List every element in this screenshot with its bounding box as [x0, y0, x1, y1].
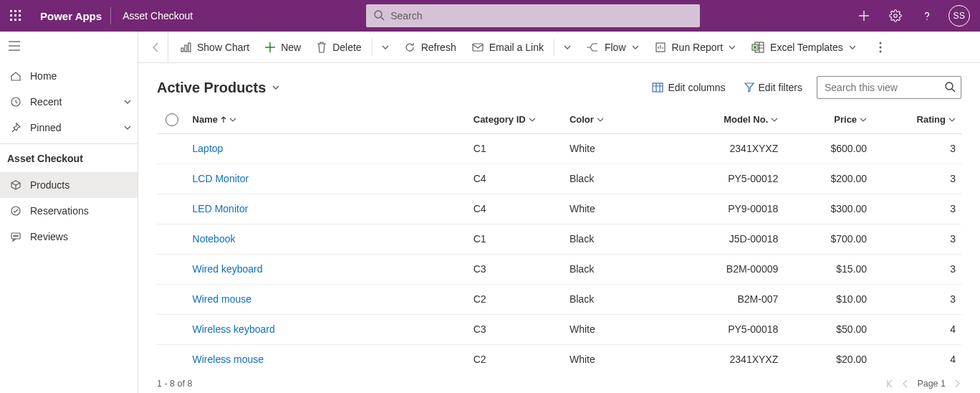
- nav-pinned-label: Pinned: [30, 122, 62, 133]
- user-avatar[interactable]: SS: [948, 5, 970, 27]
- svg-point-34: [879, 46, 881, 48]
- svg-rect-2: [19, 10, 21, 12]
- cmd-refresh[interactable]: Refresh: [397, 32, 463, 63]
- cell-model: 2341XYXZ: [658, 344, 784, 373]
- select-all-checkbox[interactable]: [165, 113, 178, 126]
- table-row[interactable]: Wired keyboardC3BlackB2M-00009$15.003: [157, 254, 961, 284]
- nav-item-products[interactable]: Products: [0, 172, 138, 198]
- first-page-button[interactable]: [885, 379, 894, 388]
- global-search-input[interactable]: [366, 4, 700, 27]
- cell-color: Black: [570, 224, 658, 254]
- next-page-button[interactable]: [953, 379, 961, 388]
- record-link[interactable]: Wireless mouse: [193, 354, 264, 365]
- col-header-price[interactable]: Price: [784, 106, 873, 133]
- main-area: Show Chart New Delete: [138, 32, 980, 393]
- record-link[interactable]: LED Monitor: [193, 203, 249, 214]
- edit-filters-button[interactable]: Edit filters: [740, 79, 807, 96]
- cell-color: White: [570, 314, 658, 344]
- table-row[interactable]: LaptopC1White2341XYXZ$600.003: [157, 133, 961, 164]
- waffle-icon: [10, 10, 21, 22]
- record-link[interactable]: Wireless keyboard: [193, 323, 275, 335]
- separator: [372, 39, 373, 56]
- record-link[interactable]: Wired mouse: [193, 293, 251, 305]
- cmd-flow[interactable]: Flow: [579, 32, 646, 63]
- help-button[interactable]: [913, 0, 941, 32]
- prev-page-button[interactable]: [901, 379, 910, 388]
- cmd-label: Show Chart: [197, 42, 249, 53]
- collapse-nav-button[interactable]: [0, 32, 138, 60]
- search-icon: [944, 81, 956, 93]
- cell-rating: 4: [873, 314, 961, 344]
- cmd-label: Email a Link: [489, 42, 544, 53]
- cmd-delete-split[interactable]: [375, 32, 395, 63]
- edit-columns-label: Edit columns: [668, 82, 725, 93]
- cmd-new[interactable]: New: [258, 32, 308, 63]
- record-link[interactable]: Laptop: [193, 143, 224, 154]
- filter-icon: [744, 82, 754, 93]
- col-header-rating[interactable]: Rating: [873, 106, 961, 133]
- record-link[interactable]: Notebook: [193, 233, 236, 245]
- cmd-label: Excel Templates: [770, 42, 843, 53]
- data-grid: Name Category ID: [138, 106, 980, 373]
- cell-price: $15.00: [784, 254, 873, 284]
- view-selector[interactable]: Active Products: [157, 80, 280, 96]
- nav-recent[interactable]: Recent: [0, 89, 138, 115]
- plus-icon: [265, 42, 275, 52]
- cmd-label: Refresh: [421, 42, 456, 53]
- record-link[interactable]: Wired keyboard: [193, 263, 263, 275]
- svg-line-38: [952, 89, 955, 92]
- cmd-email-link-split[interactable]: [557, 32, 577, 63]
- col-header-category[interactable]: Category ID: [474, 106, 570, 133]
- cell-color: Black: [570, 164, 658, 194]
- table-row[interactable]: LCD MonitorC4BlackPY5-00012$200.003: [157, 164, 961, 194]
- nav-item-reservations[interactable]: Reservations: [0, 198, 138, 224]
- more-vertical-icon: [879, 42, 882, 53]
- col-label: Rating: [917, 114, 946, 125]
- cell-color: Black: [570, 284, 658, 314]
- chevron-down-icon: [632, 44, 639, 51]
- chevron-down-icon: [771, 116, 778, 123]
- nav-group-header: Asset Checkout: [0, 143, 138, 172]
- svg-line-10: [381, 17, 384, 20]
- cmd-overflow[interactable]: [870, 32, 890, 63]
- cell-category: C3: [474, 314, 570, 344]
- col-label: Price: [834, 114, 857, 125]
- col-header-name[interactable]: Name: [193, 106, 474, 133]
- nav-recent-label: Recent: [30, 96, 62, 108]
- cell-category: C4: [474, 164, 570, 194]
- col-header-color[interactable]: Color: [570, 106, 658, 133]
- nav-pinned[interactable]: Pinned: [0, 115, 138, 141]
- cmd-excel-templates[interactable]: Excel Templates: [744, 32, 863, 63]
- svg-rect-3: [10, 14, 12, 16]
- chevron-down-icon: [849, 44, 856, 51]
- nav-item-label: Reviews: [30, 231, 68, 242]
- cmd-delete[interactable]: Delete: [309, 32, 368, 63]
- view-search-input[interactable]: [817, 76, 961, 99]
- cmd-show-chart[interactable]: Show Chart: [173, 32, 256, 63]
- col-header-model[interactable]: Model No.: [658, 106, 784, 133]
- table-row[interactable]: LED MonitorC4WhitePY9-00018$300.003: [157, 194, 961, 224]
- svg-rect-7: [14, 19, 16, 21]
- chevron-down-icon: [860, 116, 867, 123]
- settings-button[interactable]: [881, 0, 910, 32]
- cmd-email-link[interactable]: Email a Link: [465, 32, 551, 63]
- chevron-down-icon: [729, 44, 736, 51]
- table-row[interactable]: Wired mouseC2BlackB2M-007$10.003: [157, 284, 961, 314]
- table-row[interactable]: Wireless keyboardC3WhitePY5-00018$50.004: [157, 314, 961, 344]
- pager: Page 1: [885, 379, 961, 389]
- grid-footer: 1 - 8 of 8 Page 1: [138, 373, 980, 393]
- nav-item-reviews[interactable]: Reviews: [0, 224, 138, 250]
- chevron-down-icon: [382, 44, 389, 51]
- table-row[interactable]: Wireless mouseC2White2341XYXZ$20.004: [157, 344, 961, 373]
- app-launcher-button[interactable]: [0, 0, 32, 32]
- table-row[interactable]: NotebookC1BlackJ5D-00018$700.003: [157, 224, 961, 254]
- record-link[interactable]: LCD Monitor: [193, 173, 249, 184]
- add-button[interactable]: [850, 0, 878, 32]
- chevron-down-icon: [123, 98, 132, 106]
- back-button[interactable]: [144, 32, 168, 63]
- separator: [554, 39, 554, 56]
- cmd-run-report[interactable]: Run Report: [648, 32, 744, 63]
- cmd-label: Flow: [605, 42, 626, 53]
- nav-home[interactable]: Home: [0, 63, 138, 89]
- edit-columns-button[interactable]: Edit columns: [648, 79, 729, 96]
